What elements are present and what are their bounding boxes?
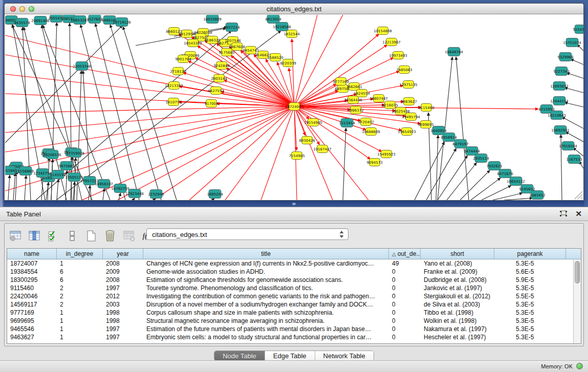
tab-network-table[interactable]: Network Table: [315, 351, 374, 361]
graph-node[interactable]: 9094573: [366, 159, 382, 166]
delete-attribute-icon[interactable]: [103, 229, 117, 243]
table-cell: 0: [389, 325, 421, 333]
graph-node[interactable]: 917004: [205, 100, 219, 107]
float-panel-icon[interactable]: [559, 210, 568, 217]
graph-node[interactable]: 16648784: [445, 48, 463, 56]
table-cell: Tourette syndrome. Phenomenology and cla…: [143, 284, 389, 292]
column-header-year[interactable]: year: [103, 249, 143, 259]
graph-node[interactable]: 21053346: [73, 62, 91, 71]
citation-network-graph[interactable]: 8660123891295418226058982750316543382818…: [5, 15, 583, 200]
graph-node[interactable]: 9154108: [573, 25, 583, 34]
vertical-scrollbar[interactable]: [573, 260, 581, 343]
graph-edge: [471, 178, 500, 200]
window-titlebar[interactable]: citations_edges.txt: [5, 4, 583, 14]
graph-node-label: 12213343: [165, 84, 183, 88]
graph-node-label: 12923448: [125, 192, 144, 196]
graph-node[interactable]: 2718120: [170, 68, 186, 75]
panel-splitter-handle[interactable]: [292, 203, 296, 205]
graph-node[interactable]: 2803144: [211, 75, 227, 82]
graph-node[interactable]: 19654923: [398, 128, 416, 136]
table-row[interactable]: 977716911998Corpus callosum shape and si…: [7, 309, 581, 317]
graph-node[interactable]: 8930426: [299, 137, 315, 144]
row-height-icon[interactable]: [66, 229, 79, 243]
graph-node[interactable]: 1527602: [86, 15, 102, 24]
graph-node[interactable]: 10654112: [507, 177, 525, 186]
graph-node[interactable]: 1167533: [566, 155, 582, 164]
column-header-short[interactable]: short: [421, 249, 494, 259]
graph-node[interactable]: 9699695: [418, 121, 433, 128]
column-header-name[interactable]: name: [7, 249, 57, 259]
scrollbar-thumb[interactable]: [575, 261, 580, 283]
graph-node-label: 9329966: [557, 55, 574, 59]
graph-node[interactable]: 12975135: [399, 81, 418, 89]
graph-node[interactable]: 9329966: [557, 53, 574, 61]
delete-table-icon[interactable]: [122, 229, 136, 243]
graph-node[interactable]: 7932621: [486, 162, 502, 170]
graph-node[interactable]: 1156869: [17, 167, 33, 176]
graph-node[interactable]: 19218586: [273, 23, 291, 31]
graph-node[interactable]: 6479197: [452, 140, 468, 148]
column-header-pagerank[interactable]: pagerank: [494, 249, 566, 259]
graph-node[interactable]: 12444154: [550, 97, 569, 105]
graph-node[interactable]: 1810755: [165, 98, 181, 106]
table-row[interactable]: 946554611997Estimation of the future num…: [7, 325, 581, 333]
graph-edge: [456, 57, 469, 200]
column-header-title[interactable]: title: [143, 249, 389, 259]
graph-node[interactable]: 7485063: [396, 66, 412, 74]
tab-edge-table[interactable]: Edge Table: [265, 351, 315, 361]
table-row[interactable]: 1872400712008Changes of HCN gene express…: [7, 259, 581, 268]
graph-node[interactable]: 9115460: [418, 104, 434, 112]
graph-node[interactable]: 8220359: [280, 59, 296, 67]
graph-node[interactable]: 15692951: [551, 126, 570, 135]
new-table-icon[interactable]: [84, 229, 98, 243]
graph-node[interactable]: 3915941: [5, 166, 17, 175]
graph-node[interactable]: 9975887: [58, 162, 74, 170]
table-row[interactable]: 1830029562008Estimation of significance …: [7, 276, 581, 284]
column-header-in_degree[interactable]: in_degree: [57, 249, 103, 259]
graph-node[interactable]: 9463627: [401, 98, 417, 105]
graph-node[interactable]: 9227343: [553, 67, 569, 76]
table-row[interactable]: 2242004622012Investigating the contribut…: [7, 292, 581, 300]
graph-node[interactable]: 20691406: [31, 16, 50, 25]
table-row[interactable]: 1456911722003Disruption of a novel membe…: [7, 300, 581, 309]
network-canvas[interactable]: 8660123891295418226058982750316543382818…: [5, 15, 583, 200]
graph-node-label: 20691406: [31, 19, 50, 23]
tab-node-table[interactable]: Node Table: [214, 351, 265, 361]
table-row[interactable]: 969969511998Structural magnetic resonanc…: [7, 317, 581, 325]
graph-node[interactable]: 10973493: [389, 52, 407, 59]
graph-node[interactable]: 9720407: [358, 118, 374, 126]
graph-node[interactable]: 2232948: [148, 190, 164, 199]
graph-node[interactable]: 8471676: [497, 169, 513, 178]
graph-node[interactable]: 16033809: [203, 15, 222, 24]
table-row[interactable]: 1938455462009Genome-wide association stu…: [7, 268, 581, 276]
graph-node[interactable]: 12213343: [165, 82, 183, 90]
table-selector-dropdown[interactable]: citations_edges.txt: [146, 228, 349, 240]
graph-node[interactable]: 1145193: [50, 170, 66, 179]
table-row[interactable]: 946362711997Embryonic stem cells: a mode…: [7, 333, 581, 341]
graph-node[interactable]: 7857224: [224, 23, 240, 32]
memory-ok-indicator[interactable]: [576, 363, 583, 369]
table-row[interactable]: 911546021997Tourette syndrome. Phenomeno…: [7, 284, 581, 292]
graph-node[interactable]: 2935114: [473, 154, 489, 163]
table-settings-icon[interactable]: [9, 229, 22, 243]
graph-node[interactable]: 9777169: [333, 78, 349, 85]
table-column-icon[interactable]: [28, 229, 41, 243]
select-attributes-icon[interactable]: [47, 229, 60, 243]
graph-node[interactable]: 1083452: [529, 191, 545, 200]
graph-node[interactable]: 15751074: [563, 38, 581, 47]
graph-node[interactable]: 1513454: [339, 119, 355, 127]
graph-node[interactable]: 10167427: [313, 145, 332, 153]
graph-node[interactable]: 9435574: [14, 18, 30, 27]
graph-node[interactable]: 12213967: [382, 38, 401, 46]
graph-node[interactable]: 10154808: [374, 27, 392, 35]
graph-node[interactable]: 12093832: [550, 82, 569, 91]
table-cell: 22420046: [7, 292, 57, 300]
graph-node[interactable]: 10688609: [362, 128, 380, 136]
graph-node[interactable]: 7154985: [289, 152, 304, 160]
graph-node[interactable]: 1695204: [207, 190, 223, 199]
graph-node[interactable]: 10807487: [369, 95, 388, 102]
graph-node[interactable]: 15495923: [377, 150, 396, 158]
resize-grip-icon[interactable]: [575, 191, 582, 199]
column-header-out_de[interactable]: △out_de...: [389, 249, 421, 259]
close-panel-icon[interactable]: ✕: [575, 209, 582, 218]
